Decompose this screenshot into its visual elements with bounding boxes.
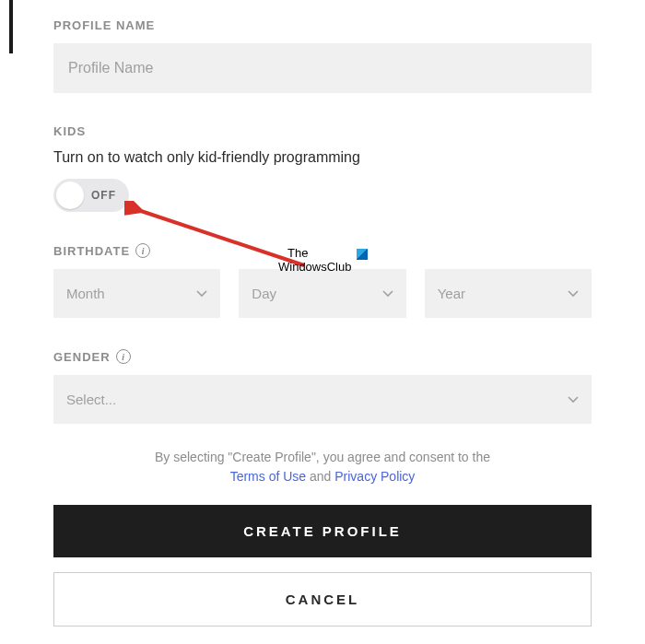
window-edge	[9, 0, 13, 53]
birthdate-year-select[interactable]: Year	[425, 269, 592, 318]
profile-name-input[interactable]	[53, 43, 592, 93]
info-icon[interactable]: i	[116, 349, 131, 364]
chevron-down-icon	[196, 288, 207, 299]
birthdate-row: Month Day Year	[53, 269, 592, 318]
chevron-down-icon	[568, 394, 579, 405]
info-icon[interactable]: i	[135, 243, 150, 258]
gender-label: GENDER	[53, 350, 111, 364]
chevron-down-icon	[568, 288, 579, 299]
privacy-link[interactable]: Privacy Policy	[334, 469, 415, 484]
select-placeholder: Day	[252, 286, 276, 301]
kids-description: Turn on to watch only kid-friendly progr…	[53, 149, 592, 166]
toggle-knob	[56, 181, 84, 209]
birthdate-month-select[interactable]: Month	[53, 269, 220, 318]
select-placeholder: Year	[438, 286, 465, 301]
terms-link[interactable]: Terms of Use	[230, 469, 306, 484]
consent-text: By selecting "Create Profile", you agree…	[53, 448, 592, 486]
cancel-button[interactable]: CANCEL	[53, 572, 592, 626]
birthdate-day-select[interactable]: Day	[239, 269, 405, 318]
gender-select[interactable]: Select...	[53, 375, 592, 424]
toggle-state-label: OFF	[91, 189, 116, 202]
create-profile-form: PROFILE NAME KIDS Turn on to watch only …	[0, 0, 645, 626]
profile-name-label: PROFILE NAME	[53, 18, 592, 32]
select-placeholder: Select...	[66, 392, 116, 407]
create-profile-button[interactable]: CREATE PROFILE	[53, 505, 592, 557]
birthdate-label: BIRTHDATE	[53, 244, 130, 258]
chevron-down-icon	[382, 288, 393, 299]
select-placeholder: Month	[66, 286, 105, 301]
kids-toggle[interactable]: OFF	[53, 179, 129, 212]
kids-label: KIDS	[53, 124, 592, 138]
